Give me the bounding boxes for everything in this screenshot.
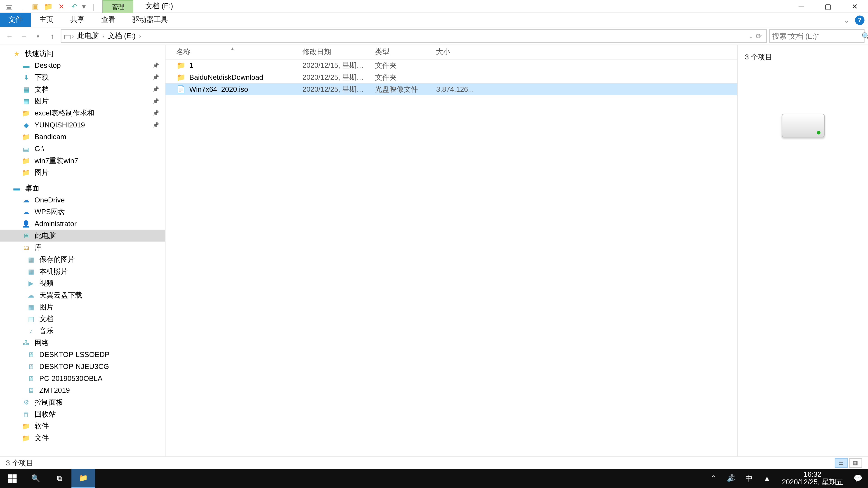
tray-overflow-icon[interactable]: ⌃ [707, 474, 720, 483]
col-type[interactable]: 类型 [370, 47, 431, 57]
col-name[interactable]: 名称 [165, 47, 298, 57]
search-box[interactable]: 🔍 [769, 29, 864, 43]
tree-soft[interactable]: 📁软件 [0, 420, 165, 432]
search-button[interactable]: 🔍 [24, 469, 48, 488]
crumb-sep-icon[interactable]: › [72, 33, 74, 39]
tree-label: 此电脑 [35, 231, 56, 241]
task-view-button[interactable]: ⧉ [48, 469, 71, 488]
nav-back-button[interactable]: ← [4, 29, 16, 42]
qat-app-icon[interactable]: 🖴 [2, 0, 16, 13]
tree-net-pc4[interactable]: 🖥ZMT2019 [0, 385, 165, 396]
nav-tree[interactable]: ★快速访问 ▬Desktop ⬇下载 ▤文档 ▦图片 📁excel表格制作求和 … [0, 45, 165, 456]
qat-customize-dropdown[interactable]: ▾ [81, 2, 87, 10]
tree-g-drive[interactable]: 🖴G:\ [0, 143, 165, 155]
minimize-button[interactable]: ─ [788, 0, 815, 13]
tree-tianyi[interactable]: ☁天翼云盘下载 [0, 289, 165, 301]
taskbar-explorer[interactable]: 📁 [71, 469, 95, 488]
nav-up-button[interactable]: ↑ [46, 29, 58, 42]
tab-home[interactable]: 主页 [31, 13, 62, 27]
help-icon[interactable]: ? [855, 15, 864, 25]
ime-icon[interactable]: 中 [743, 473, 756, 484]
tree-pictures2[interactable]: 📁图片 [0, 167, 165, 179]
cell-date: 2020/12/25, 星期五 1... [298, 84, 370, 94]
tree-pics3[interactable]: ▦图片 [0, 301, 165, 313]
qat-new-folder-icon[interactable]: 📁 [41, 0, 55, 13]
file-row[interactable]: 📁12020/12/15, 星期二 1...文件夹 [165, 59, 737, 71]
music-icon: ♪ [26, 326, 36, 335]
file-icon: 📄 [176, 85, 186, 94]
tree-pictures[interactable]: ▦图片 [0, 95, 165, 107]
tree-administrator[interactable]: 👤Administrator [0, 218, 165, 230]
tree-label: YUNQISHI2019 [35, 121, 85, 129]
tree-desktop[interactable]: ▬Desktop [0, 59, 165, 71]
crumb-drive-e[interactable]: 文档 (E:) [105, 31, 138, 41]
qat-properties-icon[interactable]: ▣ [29, 0, 41, 13]
tree-network[interactable]: 🖧网络 [0, 337, 165, 349]
file-row[interactable]: 📁BaiduNetdiskDownload2020/12/25, 星期五 1..… [165, 71, 737, 84]
view-details-button[interactable]: ☰ [835, 458, 848, 468]
tree-this-pc[interactable]: 🖥此电脑 [0, 230, 165, 242]
qat-undo-icon[interactable]: ↶ [68, 0, 81, 13]
tree-recycle-bin[interactable]: 🗑回收站 [0, 408, 165, 420]
crumb-sep-icon[interactable]: › [139, 33, 141, 39]
address-dropdown-icon[interactable]: ⌄ [748, 33, 753, 39]
refresh-icon[interactable]: ⟳ [756, 32, 762, 40]
tree-files[interactable]: 📁文件 [0, 432, 165, 444]
ribbon-expand-icon[interactable]: ⌄ [842, 15, 851, 25]
tab-view[interactable]: 查看 [93, 13, 124, 27]
tree-local-pictures[interactable]: ▦本机照片 [0, 265, 165, 278]
tree-win7[interactable]: 📁win7重装win7 [0, 155, 165, 167]
tree-control-panel[interactable]: ⚙控制面板 [0, 396, 165, 408]
tab-file[interactable]: 文件 [0, 13, 31, 27]
clock[interactable]: 16:32 2020/12/25, 星期五 [778, 470, 846, 486]
search-input[interactable] [772, 32, 862, 40]
col-size[interactable]: 大小 [431, 47, 479, 57]
cell-type: 文件夹 [370, 72, 431, 83]
action-center-icon[interactable]: 💬 [851, 474, 865, 483]
tree-video[interactable]: ▶视频 [0, 277, 165, 289]
tray-app-icon[interactable]: ▲ [761, 474, 774, 483]
tree-yunqishi[interactable]: ◆YUNQISHI2019 [0, 119, 165, 131]
tree-bandicam[interactable]: 📁Bandicam [0, 131, 165, 143]
address-bar[interactable]: 🖴 › 此电脑 › 文档 (E:) › ⌄ ⟳ [61, 29, 767, 43]
tree-docs2[interactable]: ▤文档 [0, 313, 165, 325]
clock-date: 2020/12/25, 星期五 [782, 479, 843, 486]
tree-wps[interactable]: ☁WPS网盘 [0, 206, 165, 218]
close-button[interactable]: ✕ [841, 0, 868, 13]
maximize-button[interactable]: ▢ [814, 0, 841, 13]
preview-pane: 3 个项目 [737, 45, 868, 456]
qat-delete-icon[interactable]: ✕ [55, 0, 68, 13]
tab-drive-tools[interactable]: 驱动器工具 [124, 13, 176, 27]
svg-rect-0 [7, 474, 11, 478]
tree-documents[interactable]: ▤文档 [0, 84, 165, 95]
tree-quick-access[interactable]: ★快速访问 [0, 48, 165, 60]
search-icon[interactable]: 🔍 [862, 32, 868, 40]
tree-net-pc2[interactable]: 🖥DESKTOP-NJEU3CG [0, 361, 165, 372]
view-icons-button[interactable]: ▦ [849, 458, 862, 468]
nav-forward-button[interactable]: → [18, 29, 30, 42]
tree-downloads[interactable]: ⬇下载 [0, 71, 165, 84]
crumb-this-pc[interactable]: 此电脑 [75, 31, 101, 41]
svg-rect-3 [12, 479, 16, 483]
volume-icon[interactable]: 🔊 [725, 474, 738, 483]
tree-net-pc3[interactable]: 🖥PC-20190530OBLA [0, 372, 165, 385]
col-date[interactable]: 修改日期 [298, 47, 370, 57]
tree-libraries[interactable]: 🗂库 [0, 241, 165, 254]
tree-excel[interactable]: 📁excel表格制作求和 [0, 107, 165, 119]
tab-share[interactable]: 共享 [62, 13, 93, 27]
tree-label: 音乐 [39, 326, 54, 336]
cell-type: 文件夹 [370, 60, 431, 70]
tree-net-pc1[interactable]: 🖥DESKTOP-LSSOEDP [0, 349, 165, 361]
tree-label: 保存的图片 [39, 254, 75, 265]
start-button[interactable] [0, 469, 24, 488]
tree-music[interactable]: ♪音乐 [0, 325, 165, 337]
tree-saved-pictures[interactable]: ▦保存的图片 [0, 254, 165, 265]
nav-recent-dropdown[interactable]: ▾ [32, 29, 44, 42]
context-tab-manage[interactable]: 管理 [102, 0, 133, 13]
file-row[interactable]: 📄Win7x64_2020.iso2020/12/25, 星期五 1...光盘映… [165, 84, 737, 95]
tree-onedrive[interactable]: ☁OneDrive [0, 194, 165, 206]
crumb-sep-icon[interactable]: › [102, 33, 104, 39]
tree-label: Administrator [35, 220, 76, 228]
drive-icon: 🖴 [64, 32, 71, 40]
tree-desktop-root[interactable]: ▬桌面 [0, 182, 165, 194]
